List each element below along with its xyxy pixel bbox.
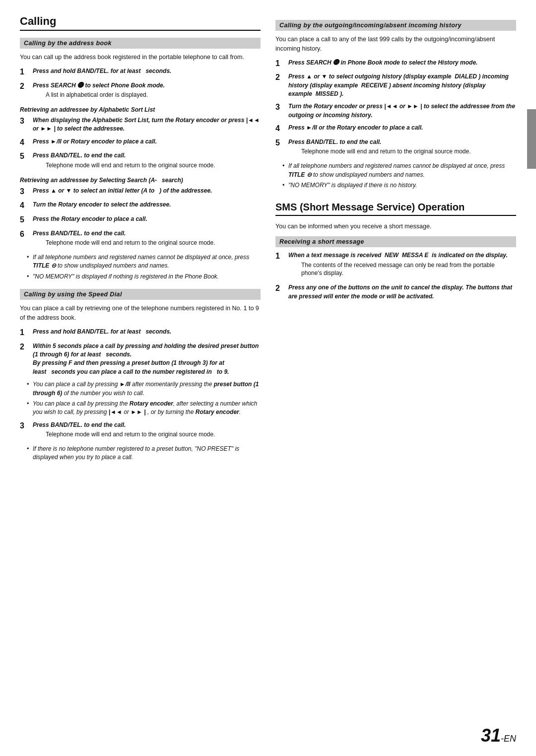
note-speed-1: You can place a call by pressing ►/II af… bbox=[27, 380, 261, 398]
step-1-address: 1 Press and hold BAND/TEL. for at least … bbox=[20, 67, 261, 77]
step-3-history: 3 Turn the Rotary encoder or press |◄◄ o… bbox=[275, 102, 516, 120]
address-book-intro: You can call up the address book registe… bbox=[20, 53, 261, 62]
history-intro: You can place a call to any of the last … bbox=[275, 35, 516, 54]
left-column: Calling Calling by the address book You … bbox=[20, 15, 261, 736]
note-speed-2: You can place a call by pressing the Rot… bbox=[27, 400, 261, 417]
subsection-header-speed-dial: Calling by using the Speed Dial bbox=[20, 289, 261, 300]
note-address-2: "NO MEMORY" is displayed if nothing is r… bbox=[27, 273, 261, 281]
step-1-history: 1 Press SEARCH ⓿ in Phone Book mode to s… bbox=[275, 59, 516, 69]
substep-label-alphabetic: Retrieving an addressee by Alphabetic So… bbox=[20, 106, 261, 113]
note-history-2: "NO MEMORY" is displayed if there is no … bbox=[282, 181, 516, 190]
side-tab bbox=[527, 109, 536, 169]
step-5-search: 5 Press the Rotary encoder to place a ca… bbox=[20, 215, 261, 225]
step-2-sms: 2 Press any one of the buttons on the un… bbox=[275, 283, 516, 301]
step-2-history: 2 Press ▲ or ▼ to select outgoing histor… bbox=[275, 72, 516, 98]
step-2-speed: 2 Within 5 seconds place a call by press… bbox=[20, 342, 261, 377]
speed-dial-intro: You can place a call by retrieving one o… bbox=[20, 304, 261, 323]
page-number: 31-EN bbox=[481, 725, 516, 746]
step-1-speed: 1 Press and hold BAND/TEL. for at least … bbox=[20, 328, 261, 338]
substep-label-select-search: Retrieving an addressee by Selecting Sea… bbox=[20, 177, 261, 184]
subsection-header-history: Calling by the outgoing/incoming/absent … bbox=[275, 20, 516, 31]
note-address-1: If all telephone numbers and registered … bbox=[27, 253, 261, 271]
step-5-history: 5 Press BAND/TEL. to end the call. Telep… bbox=[275, 138, 516, 158]
subsection-header-sms: Receiving a short message bbox=[275, 236, 516, 247]
step-2-address: 2 Press SEARCH ⓿ to select Phone Book mo… bbox=[20, 81, 261, 101]
note-speed-3: If there is no telephone number register… bbox=[27, 445, 261, 462]
sms-title: SMS (Short Message Service) Operation bbox=[275, 202, 516, 216]
step-6-search: 6 Press BAND/TEL. to end the call. Telep… bbox=[20, 229, 261, 249]
page-title: Calling bbox=[20, 15, 261, 31]
page: Calling Calling by the address book You … bbox=[0, 0, 536, 756]
subsection-header-address-book: Calling by the address book bbox=[20, 38, 261, 49]
step-4-alpha: 4 Press ►/II or Rotary encoder to place … bbox=[20, 137, 261, 148]
step-5-alpha: 5 Press BAND/TEL. to end the call. Telep… bbox=[20, 151, 261, 171]
step-4-search: 4 Turn the Rotary encoder to select the … bbox=[20, 201, 261, 211]
step-1-sms: 1 When a text message is received NEW ME… bbox=[275, 251, 516, 279]
step-3-alpha: 3 When displaying the Alphabetic Sort Li… bbox=[20, 116, 261, 134]
step-4-history: 4 Press ►/II or the Rotary encoder to pl… bbox=[275, 124, 516, 134]
right-column: Calling by the outgoing/incoming/absent … bbox=[275, 15, 516, 736]
step-3-speed: 3 Press BAND/TEL. to end the call. Telep… bbox=[20, 421, 261, 441]
step-3-search: 3 Press ▲ or ▼ to select an initial lett… bbox=[20, 187, 261, 197]
sms-intro: You can be informed when you receive a s… bbox=[275, 222, 516, 231]
note-history-1: If all telephone numbers and registered … bbox=[282, 162, 516, 179]
